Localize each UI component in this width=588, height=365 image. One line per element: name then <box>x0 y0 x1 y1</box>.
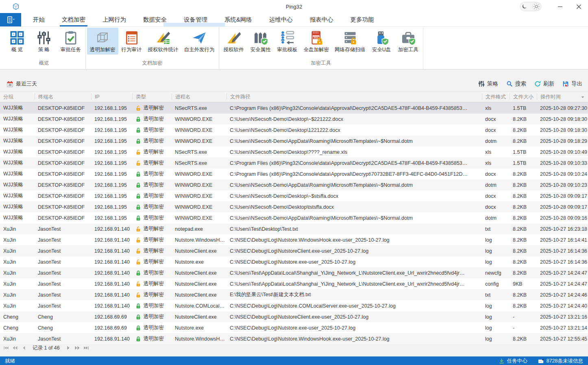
table-row[interactable]: WJJ策略DESKTOP-K85IEOF192.168.1.195透明加密WIN… <box>0 114 588 125</box>
cell-time: 2025-10-28 09:09:17 <box>537 193 588 199</box>
table-row[interactable]: XuJinJasonTest192.168.91.140透明加密Nutstore… <box>0 333 588 344</box>
policy-button[interactable]: 策略 <box>478 80 498 87</box>
ribbon-button-network-storage-scan[interactable]: 网络存储扫描 <box>332 28 368 55</box>
search-label: 搜索 <box>515 80 526 87</box>
column-header-time[interactable]: 操作时间 <box>537 94 588 100</box>
table-row[interactable]: XuJinJasonTest192.168.91.140透明解密Nutstore… <box>0 278 588 289</box>
tab-ops-center[interactable]: 运维中心 <box>261 13 301 26</box>
column-header-group[interactable]: 分组 <box>0 94 35 100</box>
ribbon-button-label: 加密工具 <box>398 47 418 52</box>
table-row[interactable]: XuJinJasonTest192.168.91.140透明加密Nutstore… <box>0 300 588 311</box>
lock-open-icon <box>135 105 141 111</box>
ribbon-button-secure-usb[interactable]: 安全U盘 <box>368 28 395 55</box>
chevron-down-icon[interactable] <box>581 95 585 99</box>
table-row[interactable]: WJJ策略DESKTOP-K85IEOF192.168.1.195透明加密WIN… <box>0 179 588 190</box>
column-header-format[interactable]: 文件格式 <box>482 94 510 100</box>
date-range-filter[interactable]: 23 最近三天 <box>7 80 37 87</box>
next-group-button[interactable] <box>75 345 80 350</box>
prev-group-button[interactable] <box>12 345 17 350</box>
cell-process: WINWORD.EXE <box>172 215 226 221</box>
table-row[interactable]: WJJ策略DESKTOP-K85IEOF192.168.1.195透明加密WIN… <box>0 125 588 136</box>
table-row[interactable]: WJJ策略DESKTOP-K85IEOF192.168.1.195透明加密WIN… <box>0 136 588 146</box>
column-header-terminal[interactable]: 终端名 <box>35 94 91 100</box>
column-header-size[interactable]: 文件大小 <box>510 94 537 100</box>
table-row[interactable]: WJJ策略DESKTOP-K85IEOF192.168.1.195透明解密NSe… <box>0 157 588 168</box>
tab-report-center[interactable]: 报表中心 <box>301 13 342 26</box>
table-row[interactable]: WJJ策略DESKTOP-K85IEOF192.168.1.195透明加密WIN… <box>0 201 588 212</box>
table-row[interactable]: XuJinJasonTest192.168.91.140透明解密Nutstore… <box>0 289 588 300</box>
ribbon-button-self-outgoing[interactable]: 自主外发行为 <box>181 28 218 55</box>
task-center-button[interactable]: 任务中心 <box>499 358 527 365</box>
ribbon-button-approval-templates[interactable]: 审批模板 <box>274 28 301 55</box>
ribbon-button-label: 概 览 <box>11 47 23 52</box>
cell-ip: 192.168.1.195 <box>91 193 132 199</box>
tab-doc-encryption[interactable]: 文档加密 <box>53 13 94 26</box>
table-row[interactable]: XuJinJasonTest192.168.91.140透明解密Nutstore… <box>0 234 588 245</box>
table-row[interactable]: WJJ策略DESKTOP-K85IEOF192.168.1.195透明加密WIN… <box>0 190 588 201</box>
refresh-button[interactable]: 刷新 <box>534 80 554 87</box>
cell-time: 2025-10-28 09:09:16 <box>537 215 588 221</box>
column-header-process[interactable]: 进程名 <box>172 94 226 100</box>
filter-actions: 策略搜索刷新导出 <box>478 80 582 87</box>
column-header-ip[interactable]: IP <box>91 94 132 100</box>
tab-more-features[interactable]: 更多功能 <box>342 13 383 26</box>
ribbon-button-behavior-audit[interactable]: 行为审计 <box>118 28 145 55</box>
ribbon-button-policy[interactable]: 策 略 <box>30 28 57 55</box>
export-button[interactable]: 导出 <box>562 80 582 87</box>
close-button[interactable] <box>569 0 588 13</box>
cell-time: 2025-10-28 09:27:30 <box>537 105 588 111</box>
unread-messages-button[interactable]: 8728条未读信息 <box>538 358 583 365</box>
tab-home[interactable]: 开始 <box>24 13 53 26</box>
last-page-button[interactable] <box>84 345 89 350</box>
theme-toggle[interactable] <box>520 2 542 11</box>
lock-open-icon <box>135 160 141 166</box>
table-row[interactable]: XuJinJasonTest192.168.91.140透明解密Nutstore… <box>0 256 588 267</box>
search-button[interactable]: 搜索 <box>506 80 526 87</box>
cell-terminal: JasonTest <box>35 237 91 243</box>
ribbon-button-approval-tasks[interactable]: 审批任务 <box>57 28 84 55</box>
table-row[interactable]: WJJ策略DESKTOP-K85IEOF192.168.1.195透明加密WIN… <box>0 168 588 179</box>
table-row[interactable]: XuJinJasonTest192.168.91.140透明加密Nutstore… <box>0 267 588 278</box>
type-label: 透明加密 <box>144 170 164 177</box>
cell-type: 透明加密 <box>132 127 172 133</box>
table-row[interactable]: XuJinJasonTest192.168.91.140透明解密Nutstore… <box>0 245 588 256</box>
next-page-button[interactable] <box>66 345 71 350</box>
column-header-type[interactable]: 类型 <box>132 94 172 100</box>
table-row[interactable]: WJJ策略DESKTOP-K85IEOF192.168.1.195透明加密WIN… <box>0 212 588 223</box>
ribbon-button-encryption-tools[interactable]: 加密工具 <box>395 28 422 55</box>
cell-size: 8.2KB <box>510 215 537 221</box>
cell-path: C:\Users\Test\Desktop\Test.txt <box>226 226 482 232</box>
column-header-path[interactable]: 文件路径 <box>226 94 482 100</box>
app-menu-button[interactable] <box>0 13 21 26</box>
prev-page-button[interactable] <box>21 345 26 350</box>
ribbon-button-full-disk-encryption[interactable]: SSD全盘加解密 <box>301 28 332 55</box>
table-row[interactable]: XuJinJasonTest192.168.91.140透明解密notepad.… <box>0 223 588 234</box>
cell-ip: 192.168.91.140 <box>91 248 132 254</box>
tab-internet-behavior[interactable]: 上网行为 <box>94 13 135 26</box>
table-row[interactable]: ChengCheng192.168.69.69透明加密NutstoreClien… <box>0 311 588 322</box>
cell-path: C:\Users\NSecsoft-Demo\Desktop\1221222.d… <box>226 127 482 133</box>
ribbon-button-overview[interactable]: 概 览 <box>4 28 30 55</box>
lock-closed-icon <box>135 204 141 210</box>
cell-format: log <box>482 259 510 265</box>
table-header: 分组终端名IP类型进程名文件路径文件格式文件大小操作时间 <box>0 91 588 103</box>
ribbon-button-authorized-software[interactable]: 授权软件 <box>220 28 247 55</box>
cell-path: C:\Users\NSecsoft-Demo\Desktop\????_rena… <box>226 149 482 155</box>
cell-format: docx <box>482 127 510 133</box>
cell-process: NutstoreClient.exe <box>172 281 226 287</box>
cell-time: 2025-10-28 09:18:29 <box>537 138 588 144</box>
ribbon-group-label: 加密工具 <box>220 59 422 69</box>
cell-ip: 192.168.91.140 <box>91 303 132 309</box>
ribbon-button-authorized-software-stats[interactable]: 授权软件统计 <box>145 28 181 55</box>
cell-path: C:\NSEC\Debug\Log\Nutstore.exe-user_2025… <box>226 259 482 265</box>
minimize-button[interactable] <box>551 0 569 13</box>
cell-path: C:\NSEC\Debug\Log\Nutstore.WindowsHook.e… <box>226 237 482 243</box>
table-row[interactable]: ChengCheng192.168.69.69透明加密Nutstore.exeC… <box>0 322 588 333</box>
table-row[interactable]: WJJ策略DESKTOP-K85IEOF192.168.1.195透明解密NSe… <box>0 103 588 114</box>
ribbon-button-transparent-encryption[interactable]: 透明加解密 <box>87 28 118 55</box>
first-page-button[interactable] <box>3 345 9 350</box>
table-row[interactable]: WJJ策略DESKTOP-K85IEOF192.168.1.195透明解密NSe… <box>0 146 588 157</box>
cell-type: 透明加密 <box>132 138 172 144</box>
ribbon-button-security-attributes[interactable]: 安全属性 <box>247 28 274 55</box>
cell-process: Nutstore.exe <box>172 325 226 331</box>
